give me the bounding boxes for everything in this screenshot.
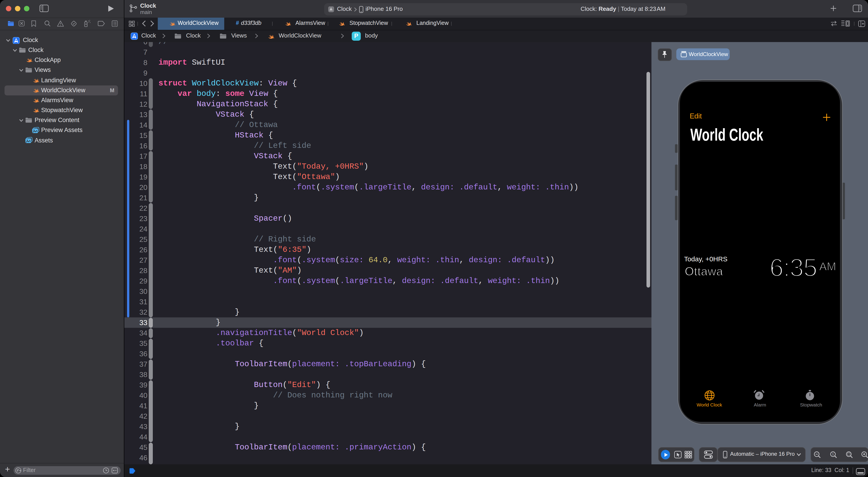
svg-text:1: 1	[832, 452, 834, 456]
